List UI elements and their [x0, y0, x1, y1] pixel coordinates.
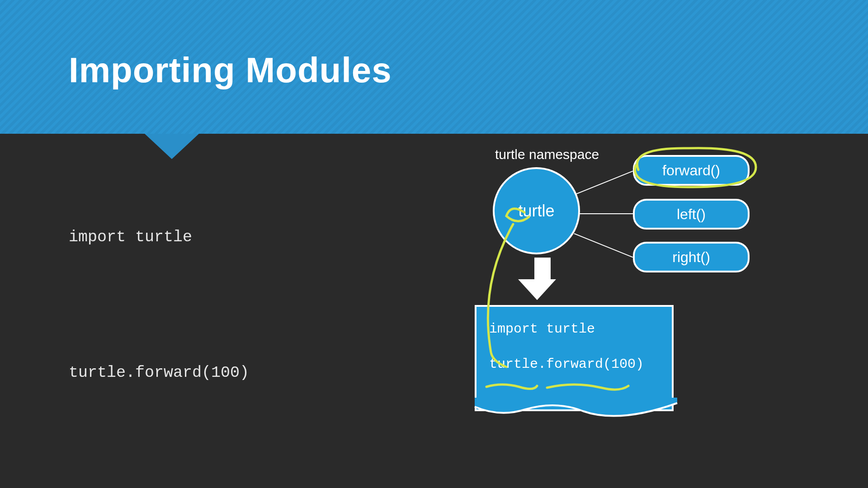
- down-arrow-icon: [529, 258, 556, 300]
- method-pill-label: left(): [677, 206, 706, 223]
- header-tab-decoration: [145, 134, 199, 159]
- method-pill-right: right(): [633, 242, 750, 272]
- method-pill-label: forward(): [662, 162, 720, 179]
- namespace-diagram: turtle namespace turtle forward() left()…: [461, 140, 787, 420]
- page-title: Importing Modules: [69, 50, 392, 91]
- method-pill-left: left(): [633, 199, 750, 230]
- slide-header: Importing Modules: [0, 0, 868, 134]
- left-code-block: import turtle turtle.forward(100): [69, 190, 249, 401]
- module-node: turtle: [493, 167, 580, 254]
- module-node-label: turtle: [518, 202, 554, 221]
- example-line-import: import turtle: [489, 321, 659, 337]
- method-pill-forward: forward(): [633, 155, 750, 186]
- connector-line: [574, 171, 633, 195]
- torn-edge-decoration: [475, 398, 677, 419]
- namespace-label: turtle namespace: [495, 147, 599, 162]
- code-line-import: import turtle: [69, 228, 249, 247]
- code-example-box: import turtle turtle.forward(100): [475, 305, 674, 411]
- connector-line: [574, 233, 633, 258]
- code-line-call: turtle.forward(100): [69, 363, 249, 382]
- connector-line: [580, 213, 636, 214]
- method-pill-label: right(): [672, 249, 710, 266]
- example-line-call: turtle.forward(100): [489, 357, 659, 372]
